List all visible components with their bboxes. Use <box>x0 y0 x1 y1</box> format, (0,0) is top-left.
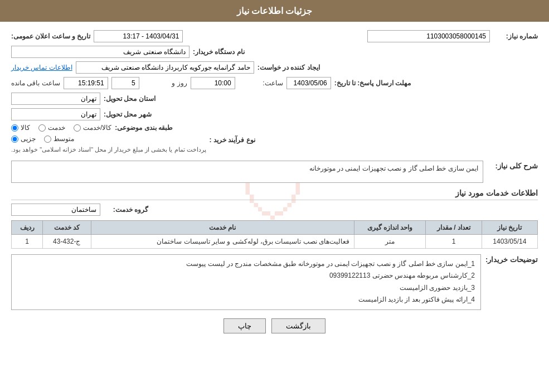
response-deadline-label: مهلت ارسال پاسخ: تا تاریخ: <box>334 79 411 87</box>
note-line-3: 3_بازدید حضوری الزامیست <box>17 282 475 294</box>
remaining-days-input[interactable] <box>111 77 139 89</box>
table-row: 1403/05/14 1 متر فعالیت‌های نصب تاسیسات … <box>12 234 538 248</box>
service-group-input[interactable] <box>11 204 100 216</box>
service-group-label: گروه خدمت: <box>104 206 148 214</box>
category-kala-khedmat-label: کالا/خدمت <box>83 124 111 132</box>
col-header-code: کد خدمت <box>43 220 91 234</box>
procurement-jazii[interactable]: جزیی <box>11 135 36 143</box>
category-radio-group: کالا/خدمت خدمت کالا <box>11 124 111 132</box>
procurement-motavasset[interactable]: متوسط <box>44 135 74 143</box>
col-header-date: تاریخ نیاز <box>482 220 537 234</box>
cell-service-name: فعالیت‌های نصب تاسیسات برق، لوله‌کشی و س… <box>91 234 354 248</box>
note-line-1: 1_ایمن سازی خط اصلی گاز و نصب تجهیزات ای… <box>17 258 475 270</box>
response-time-label: ساعت: <box>239 79 283 87</box>
category-kala[interactable]: کالا <box>11 124 30 132</box>
category-kala-label: کالا <box>21 124 30 132</box>
remaining-time-label: ساعت باقی مانده <box>11 79 60 87</box>
remaining-time-input[interactable] <box>64 77 108 89</box>
note-line-2: 2_کارشناس مربوطه مهندس حضرتی 09399122113 <box>17 270 475 282</box>
page-title: جزئیات اطلاعات نیاز <box>237 6 313 16</box>
city-label: شهر محل تحویل: <box>104 110 152 118</box>
need-number-input[interactable] <box>367 30 490 42</box>
remaining-days-label: روز و <box>143 79 187 87</box>
announce-date-label: تاریخ و ساعت اعلان عمومی: <box>11 32 90 40</box>
cell-qty: 1 <box>426 234 482 248</box>
col-header-unit: واحد اندازه گیری <box>354 220 426 234</box>
announce-date-input[interactable] <box>94 30 183 42</box>
province-label: استان محل تحویل: <box>104 95 156 103</box>
buyer-org-input[interactable] <box>11 46 190 58</box>
note-line-4: 4_ارائه پیش فاکتور بعد از بازدید الزامیس… <box>17 294 475 306</box>
cell-code: ج-432-43 <box>43 234 91 248</box>
cell-row: 1 <box>12 234 43 248</box>
cell-date: 1403/05/14 <box>482 234 537 248</box>
procurement-motavasset-label: متوسط <box>54 135 74 143</box>
need-description-label: شرح کلی نیاز: <box>488 161 538 170</box>
procurement-jazii-label: جزیی <box>21 135 36 143</box>
response-date-input[interactable] <box>286 77 331 89</box>
buyer-org-label: نام دستگاه خریدار: <box>193 48 245 56</box>
buyer-notes-label: توضیحات خریدار: <box>485 254 538 264</box>
print-button[interactable]: چاپ <box>224 318 266 333</box>
buyer-notes-box: 1_ایمن سازی خط اصلی گاز و نصب تجهیزات ای… <box>11 254 481 310</box>
creator-label: ایجاد کننده در خواست: <box>258 64 320 71</box>
col-header-row: ردیف <box>12 220 43 234</box>
back-button[interactable]: بازگشت <box>271 318 325 333</box>
procurement-radio-group: متوسط جزیی <box>11 135 74 143</box>
col-header-qty: تعداد / مقدار <box>426 220 482 234</box>
category-khedmat-label: خدمت <box>48 124 65 132</box>
col-header-name: نام خدمت <box>91 220 354 234</box>
response-time-input[interactable] <box>191 77 235 89</box>
services-table: تاریخ نیاز تعداد / مقدار واحد اندازه گیر… <box>11 220 538 249</box>
procurement-note: پرداخت تمام یا بخشی از مبلغ خریدار از مح… <box>11 145 206 155</box>
services-section-title: اطلاعات خدمات مورد نیاز <box>11 188 538 200</box>
category-label: طبقه بندی موضوعی: <box>115 124 173 132</box>
category-kala-khedmat[interactable]: کالا/خدمت <box>74 124 111 132</box>
contact-link[interactable]: اطلاعات تماس خریدار <box>11 64 72 71</box>
need-number-label: شماره نیاز: <box>493 32 538 40</box>
city-input[interactable] <box>11 108 100 120</box>
buttons-row: بازگشت چاپ <box>11 318 538 333</box>
category-khedmat[interactable]: خدمت <box>38 124 65 132</box>
procurement-label: نوع فرآیند خرید : <box>210 135 255 144</box>
creator-input[interactable] <box>76 61 254 74</box>
cell-unit: متر <box>354 234 426 248</box>
need-description-box: ایمن سازی خط اصلی گاز و نصب تجهیزات ایمن… <box>11 161 483 183</box>
page-header: جزئیات اطلاعات نیاز <box>0 0 549 22</box>
province-input[interactable] <box>11 93 100 105</box>
